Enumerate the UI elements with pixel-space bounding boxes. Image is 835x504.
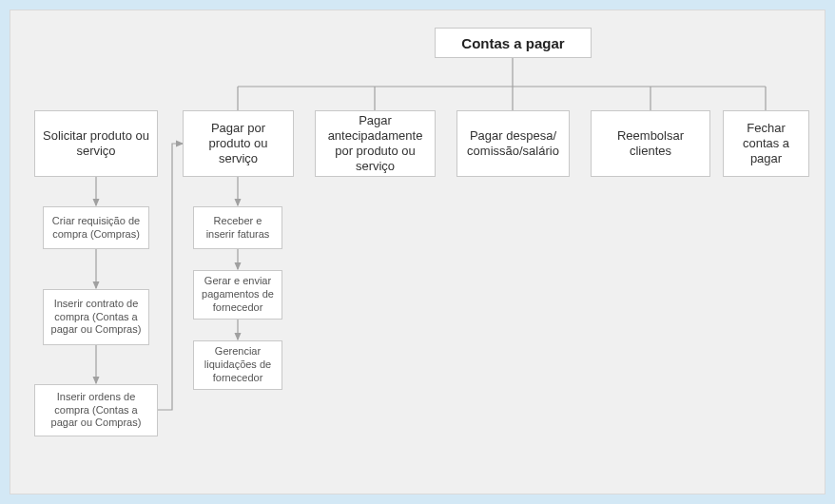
- node-pagar-despesa: Pagar despesa/ comissão/salário: [456, 110, 570, 177]
- col1-step2-label: Inserir contrato de compra (Contas a pag…: [49, 298, 143, 337]
- node-pagar-despesa-label: Pagar despesa/ comissão/salário: [463, 128, 563, 160]
- col2-step1-label: Receber e inserir faturas: [200, 215, 276, 242]
- node-pagar-produto-label: Pagar por produto ou serviço: [189, 121, 287, 167]
- diagram-canvas: Contas a pagar Solicitar produto ou serv…: [10, 10, 825, 494]
- node-solicitar: Solicitar produto ou serviço: [34, 110, 158, 177]
- col1-step3: Inserir ordens de compra (Contas a pagar…: [34, 384, 158, 436]
- root-label: Contas a pagar: [461, 35, 564, 51]
- root-node: Contas a pagar: [435, 28, 592, 58]
- col1-step1-label: Criar requisição de compra (Compras): [49, 215, 143, 242]
- col2-step1: Receber e inserir faturas: [193, 206, 282, 249]
- node-pagar-produto: Pagar por produto ou serviço: [183, 110, 294, 177]
- col2-step2-label: Gerar e enviar pagamentos de fornecedor: [200, 275, 276, 314]
- node-reembolsar: Reembolsar clientes: [591, 110, 710, 177]
- node-fechar-label: Fechar contas a pagar: [729, 121, 803, 167]
- col2-step3: Gerenciar liquidações de fornecedor: [193, 340, 282, 390]
- node-fechar: Fechar contas a pagar: [723, 110, 809, 177]
- node-reembolsar-label: Reembolsar clientes: [597, 128, 704, 160]
- node-pagar-antecipado-label: Pagar antecipadamente por produto ou ser…: [321, 113, 429, 175]
- col1-step3-label: Inserir ordens de compra (Contas a pagar…: [41, 391, 151, 430]
- node-pagar-antecipado: Pagar antecipadamente por produto ou ser…: [315, 110, 436, 177]
- col1-step2: Inserir contrato de compra (Contas a pag…: [43, 289, 149, 345]
- col2-step3-label: Gerenciar liquidações de fornecedor: [200, 345, 276, 384]
- node-solicitar-label: Solicitar produto ou serviço: [41, 128, 151, 160]
- col1-step1: Criar requisição de compra (Compras): [43, 206, 149, 249]
- col2-step2: Gerar e enviar pagamentos de fornecedor: [193, 270, 282, 320]
